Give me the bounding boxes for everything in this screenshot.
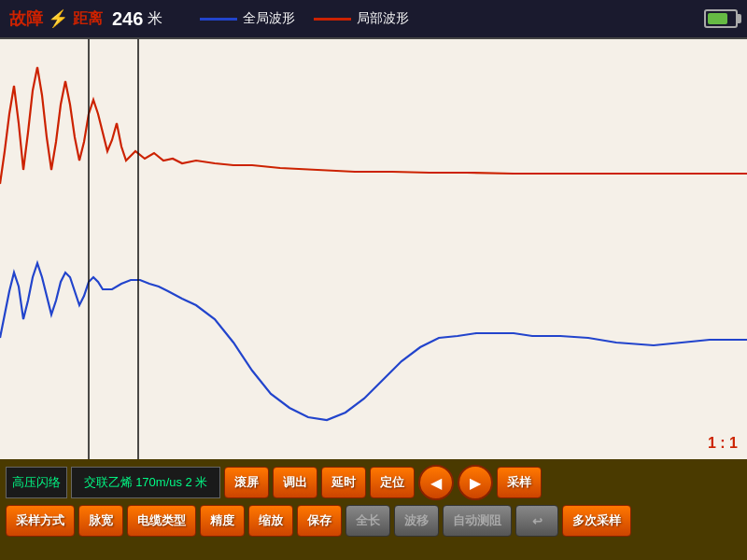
tune-button[interactable]: 调出: [273, 467, 317, 498]
red-waveform: [0, 67, 747, 184]
blue-waveform: [0, 263, 747, 420]
battery-fill: [708, 13, 727, 24]
cable-type-button[interactable]: 电缆类型: [127, 505, 196, 537]
delay-button[interactable]: 延时: [321, 467, 366, 498]
locate-button[interactable]: 定位: [370, 467, 415, 498]
zoom-button[interactable]: 缩放: [248, 505, 293, 537]
back-button: ↩: [515, 505, 558, 537]
sample-button[interactable]: 采样: [497, 467, 542, 498]
control-row-2: 采样方式 脉宽 电缆类型 精度 缩放 保存 全长 波移 自动测阻 ↩ 多次采样: [6, 505, 741, 537]
lightning-icon: ⚡: [48, 8, 68, 29]
scroll-button[interactable]: 滚屏: [224, 467, 269, 498]
legend-global-line: [200, 18, 237, 21]
control-panel: 高压闪络 交联乙烯 170m/us 2 米 滚屏 调出 延时 定位 ◀ ▶ 采样…: [0, 459, 747, 560]
auto-match-button: 自动测阻: [443, 505, 512, 537]
control-row-1: 高压闪络 交联乙烯 170m/us 2 米 滚屏 调出 延时 定位 ◀ ▶ 采样: [6, 465, 741, 500]
save-button[interactable]: 保存: [297, 505, 342, 537]
info-voltage: 高压闪络: [6, 467, 67, 498]
legend-local-label: 局部波形: [357, 10, 409, 27]
sample-mode-button[interactable]: 采样方式: [6, 505, 75, 537]
info-cable: 交联乙烯 170m/us 2 米: [71, 467, 220, 498]
multi-sample-button[interactable]: 多次采样: [562, 505, 631, 537]
prev-button[interactable]: ◀: [418, 465, 454, 500]
legend-global: 全局波形: [200, 10, 295, 27]
ratio-label: 1 : 1: [708, 435, 738, 452]
legend-global-label: 全局波形: [243, 10, 295, 27]
chart-area: 1 : 1: [0, 39, 747, 459]
pulse-width-button[interactable]: 脉宽: [78, 505, 123, 537]
distance-label: 距离: [73, 9, 103, 29]
legend-local: 局部波形: [314, 10, 409, 27]
precision-button[interactable]: 精度: [200, 505, 245, 537]
distance-value: 246: [112, 8, 143, 30]
legend-local-line: [314, 18, 351, 21]
battery-icon: [704, 9, 738, 28]
header-bar: 故障 ⚡ 距离 246 米 全局波形 局部波形: [0, 0, 747, 39]
distance-unit: 米: [148, 9, 162, 29]
full-length-button: 全长: [345, 505, 390, 537]
fault-label: 故障: [9, 7, 43, 30]
waveform-svg: [0, 39, 747, 459]
next-button[interactable]: ▶: [458, 465, 493, 500]
wave-move-button: 波移: [394, 505, 439, 537]
